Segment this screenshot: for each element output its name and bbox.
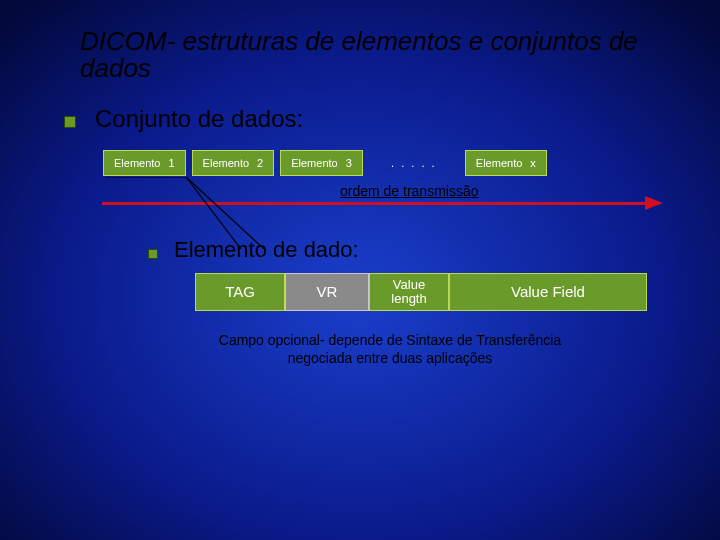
arrow-line-icon	[102, 202, 645, 205]
tag-cell: TAG	[195, 273, 285, 311]
footnote-line1: Campo opcional- depende de Sintaxe de Tr…	[219, 332, 561, 348]
data-element-structure: TAG VR Value length Value Field	[195, 273, 647, 311]
bullet-icon	[64, 116, 76, 128]
element-label: Elemento	[291, 157, 337, 169]
element-box: Elemento 3	[280, 150, 363, 176]
value-length-top: Value	[391, 278, 426, 292]
value-length-cell: Value length	[369, 273, 449, 311]
vr-cell: VR	[285, 273, 369, 311]
arrow-label: ordem de transmissão	[340, 183, 479, 199]
value-field-cell: Value Field	[449, 273, 647, 311]
element-box: Elemento 1	[103, 150, 186, 176]
element-number: 3	[346, 157, 352, 169]
element-number: 2	[257, 157, 263, 169]
element-box: Elemento x	[465, 150, 547, 176]
element-label: Elemento	[476, 157, 522, 169]
footnote: Campo opcional- depende de Sintaxe de Tr…	[150, 332, 630, 367]
element-number: x	[530, 157, 536, 169]
element-label: Elemento	[203, 157, 249, 169]
element-box: Elemento 2	[192, 150, 275, 176]
footnote-line2: negociada entre duas aplicações	[288, 350, 493, 366]
section1-heading: Conjunto de dados:	[95, 105, 303, 133]
section2-heading: Elemento de dado:	[174, 237, 359, 263]
bullet-icon	[148, 249, 158, 259]
element-label: Elemento	[114, 157, 160, 169]
arrow-head-icon	[645, 196, 663, 210]
slide-title: DICOM- estruturas de elementos e conjunt…	[80, 28, 660, 83]
ellipsis: . . . . .	[369, 157, 459, 169]
transmission-arrow: ordem de transmissão	[102, 184, 662, 208]
element-number: 1	[168, 157, 174, 169]
dataset-elements-row: Elemento 1 Elemento 2 Elemento 3 . . . .…	[103, 150, 663, 176]
value-length-bot: length	[391, 292, 426, 306]
